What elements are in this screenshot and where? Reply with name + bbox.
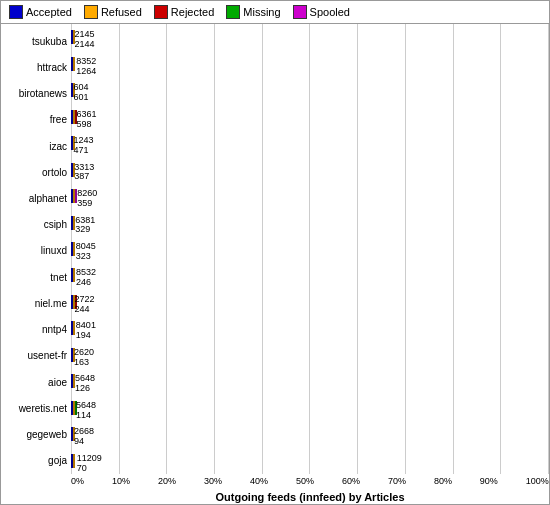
bar-label-free: 6361598 (75, 110, 97, 130)
bar-row-nntp4: 8401194 (71, 317, 549, 339)
x-tick-10: 100% (526, 476, 549, 491)
x-title: Outgoing feeds (innfeed) by Articles (71, 491, 549, 504)
chart-container: AcceptedRefusedRejectedMissingSpooled ts… (0, 0, 550, 505)
legend-item-rejected: Rejected (154, 5, 214, 19)
bar-label-birotanews: 604601 (71, 83, 88, 103)
bar-row-httrack: 83521264 (71, 53, 549, 75)
bar-stack-weretis.net: 5648114 (71, 401, 77, 415)
x-tick-4: 40% (250, 476, 268, 491)
bar-stack-tnet: 8532246 (71, 268, 75, 282)
y-label-free: free (50, 109, 67, 131)
bar-stack-csiph: 6381329 (71, 216, 75, 230)
accepted-legend-label: Accepted (26, 6, 72, 18)
bar-row-csiph: 6381329 (71, 212, 549, 234)
x-tick-5: 50% (296, 476, 314, 491)
bar-row-niel.me: 2722244 (71, 291, 549, 313)
bar-label-usenet-fr: 2620163 (72, 348, 94, 368)
bar-label-linuxd: 8045323 (74, 242, 96, 262)
y-label-gegeweb: gegeweb (26, 424, 67, 446)
bar-stack-linuxd: 8045323 (71, 242, 75, 256)
bar-row-aioe: 5648126 (71, 370, 549, 392)
bar-label-weretis.net: 5648114 (74, 401, 96, 421)
bar-row-usenet-fr: 2620163 (71, 344, 549, 366)
bars-list: 2145214483521264604601636159812434713313… (71, 24, 549, 474)
bar-stack-birotanews: 604601 (71, 83, 75, 97)
bar-row-linuxd: 8045323 (71, 238, 549, 260)
bar-stack-izac: 1243471 (71, 136, 75, 150)
bar-row-tsukuba: 21452144 (71, 26, 549, 48)
legend-item-spooled: Spooled (293, 5, 350, 19)
bars-area: 2145214483521264604601636159812434713313… (71, 24, 549, 504)
x-tick-9: 90% (480, 476, 498, 491)
bar-label-izac: 1243471 (72, 136, 94, 156)
bar-stack-ortolo: 3313387 (71, 163, 75, 177)
spooled-legend-label: Spooled (310, 6, 350, 18)
bar-row-weretis.net: 5648114 (71, 397, 549, 419)
y-label-aioe: aioe (48, 371, 67, 393)
bar-row-izac: 1243471 (71, 132, 549, 154)
y-label-tsukuba: tsukuba (32, 30, 67, 52)
legend-item-accepted: Accepted (9, 5, 72, 19)
y-label-niel.me: niel.me (35, 292, 67, 314)
bar-stack-alphanet: 8260359 (71, 189, 77, 203)
bar-stack-tsukuba: 21452144 (71, 30, 75, 44)
x-tick-1: 10% (112, 476, 130, 491)
refused-legend-box (84, 5, 98, 19)
bar-stack-nntp4: 8401194 (71, 321, 75, 335)
y-label-goja: goja (48, 450, 67, 472)
bar-label-tsukuba: 21452144 (72, 30, 94, 50)
bar-stack-usenet-fr: 2620163 (71, 348, 75, 362)
bar-label-httrack: 83521264 (74, 57, 96, 77)
x-tick-8: 80% (434, 476, 452, 491)
bar-label-niel.me: 2722244 (73, 295, 95, 315)
y-label-alphanet: alphanet (29, 188, 67, 210)
bar-stack-niel.me: 2722244 (71, 295, 77, 309)
y-axis: tsukubahttrackbirotanewsfreeizacortoloal… (1, 24, 71, 504)
bar-row-tnet: 8532246 (71, 264, 549, 286)
bar-stack-aioe: 5648126 (71, 374, 75, 388)
x-tick-7: 70% (388, 476, 406, 491)
y-label-nntp4: nntp4 (42, 319, 67, 341)
y-label-birotanews: birotanews (19, 83, 67, 105)
legend: AcceptedRefusedRejectedMissingSpooled (1, 1, 549, 24)
bar-row-ortolo: 3313387 (71, 159, 549, 181)
y-label-tnet: tnet (50, 266, 67, 288)
rejected-legend-label: Rejected (171, 6, 214, 18)
bar-stack-gegeweb: 266894 (71, 427, 75, 441)
bar-label-goja: 1120970 (75, 454, 102, 474)
y-label-ortolo: ortolo (42, 161, 67, 183)
bar-label-alphanet: 8260359 (75, 189, 97, 209)
bar-row-birotanews: 604601 (71, 79, 549, 101)
y-label-linuxd: linuxd (41, 240, 67, 262)
chart-area: tsukubahttrackbirotanewsfreeizacortoloal… (1, 24, 549, 504)
y-label-izac: izac (49, 135, 67, 157)
x-tick-2: 20% (158, 476, 176, 491)
bar-row-goja: 1120970 (71, 450, 549, 472)
x-tick-0: 0% (71, 476, 84, 491)
y-label-csiph: csiph (44, 214, 67, 236)
bar-row-gegeweb: 266894 (71, 423, 549, 445)
x-axis: 0%10%20%30%40%50%60%70%80%90%100% (71, 474, 549, 491)
rejected-legend-box (154, 5, 168, 19)
x-tick-3: 30% (204, 476, 222, 491)
bottom-area: 0%10%20%30%40%50%60%70%80%90%100% Outgoi… (71, 474, 549, 504)
bar-label-ortolo: 3313387 (72, 163, 94, 183)
y-label-usenet-fr: usenet-fr (28, 345, 67, 367)
y-label-httrack: httrack (37, 56, 67, 78)
missing-legend-box (226, 5, 240, 19)
spooled-legend-box (293, 5, 307, 19)
bar-label-gegeweb: 266894 (72, 427, 94, 447)
refused-legend-label: Refused (101, 6, 142, 18)
legend-item-refused: Refused (84, 5, 142, 19)
bar-stack-httrack: 83521264 (71, 57, 75, 71)
bar-row-free: 6361598 (71, 106, 549, 128)
bar-label-tnet: 8532246 (74, 268, 96, 288)
bar-stack-free: 6361598 (71, 110, 77, 124)
bar-stack-goja: 1120970 (71, 454, 75, 468)
missing-legend-label: Missing (243, 6, 280, 18)
bar-label-csiph: 6381329 (73, 216, 95, 236)
x-tick-6: 60% (342, 476, 360, 491)
legend-item-missing: Missing (226, 5, 280, 19)
bar-label-nntp4: 8401194 (74, 321, 96, 341)
accepted-legend-box (9, 5, 23, 19)
